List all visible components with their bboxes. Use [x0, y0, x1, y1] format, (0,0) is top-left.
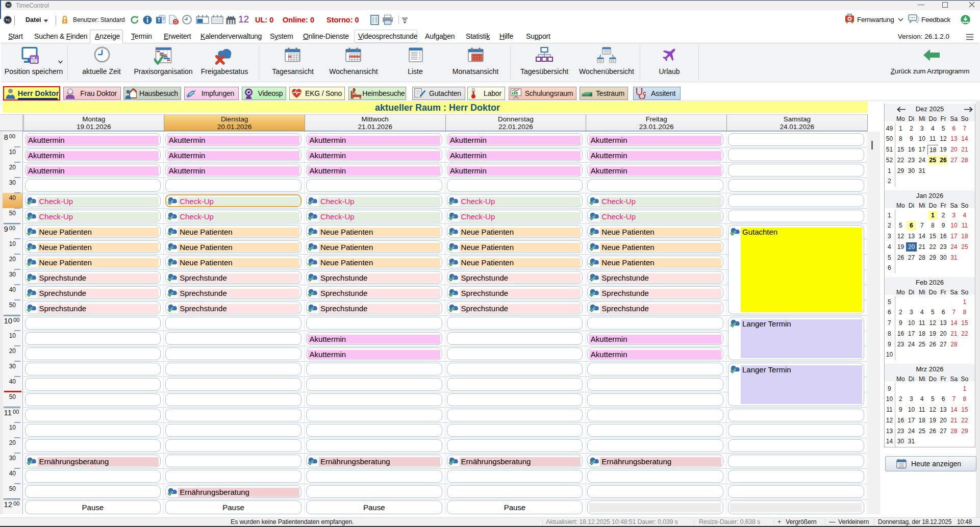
svg-text:T: T	[157, 17, 160, 23]
svg-text:TC: TC	[5, 18, 10, 22]
svg-text:TC: TC	[7, 4, 10, 7]
